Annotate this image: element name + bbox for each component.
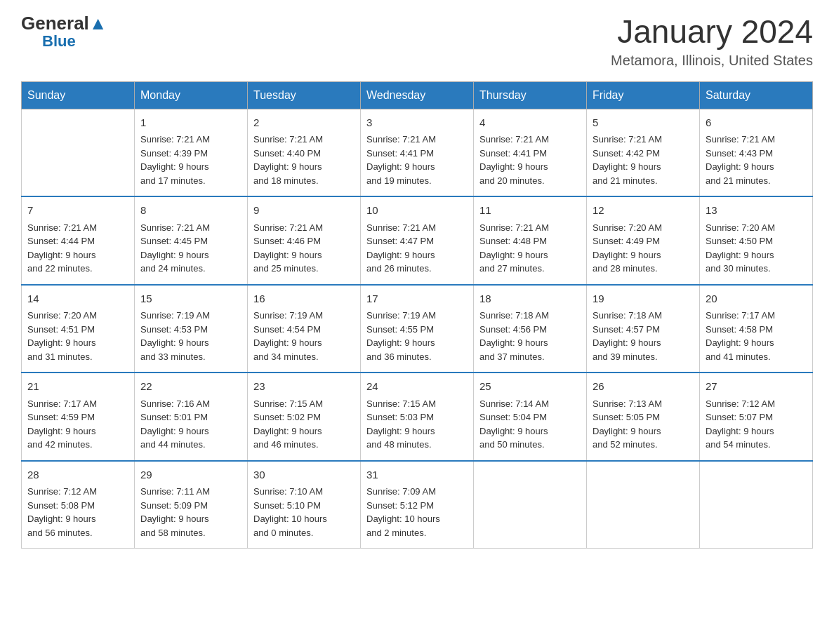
calendar-day-cell: 29Sunrise: 7:11 AM Sunset: 5:09 PM Dayli… (135, 461, 248, 549)
day-number: 6 (706, 115, 807, 131)
day-sun-info: Sunrise: 7:17 AM Sunset: 4:59 PM Dayligh… (27, 397, 128, 452)
day-number: 9 (253, 203, 355, 219)
logo-blue-text: Blue (42, 32, 76, 51)
day-sun-info: Sunrise: 7:21 AM Sunset: 4:40 PM Dayligh… (253, 133, 355, 187)
day-sun-info: Sunrise: 7:21 AM Sunset: 4:46 PM Dayligh… (253, 221, 355, 276)
calendar-day-cell: 27Sunrise: 7:12 AM Sunset: 5:07 PM Dayli… (700, 373, 813, 461)
day-number: 19 (593, 291, 694, 307)
day-number: 29 (140, 467, 241, 483)
day-number: 7 (27, 203, 128, 219)
logo: General▲ Blue (21, 14, 107, 51)
calendar-week-row: 21Sunrise: 7:17 AM Sunset: 4:59 PM Dayli… (22, 373, 813, 461)
day-sun-info: Sunrise: 7:15 AM Sunset: 5:03 PM Dayligh… (366, 397, 468, 452)
page-subtitle: Metamora, Illinois, United States (611, 53, 813, 69)
day-of-week-header: Wednesday (361, 81, 474, 109)
day-of-week-header: Monday (135, 81, 248, 109)
day-number: 2 (253, 115, 355, 131)
day-number: 14 (27, 291, 128, 307)
calendar-header-row: SundayMondayTuesdayWednesdayThursdayFrid… (22, 81, 813, 109)
day-number: 10 (366, 203, 468, 219)
day-number: 26 (593, 379, 694, 395)
calendar-day-cell (22, 109, 135, 196)
day-of-week-header: Friday (587, 81, 700, 109)
day-number: 23 (253, 379, 355, 395)
calendar-week-row: 14Sunrise: 7:20 AM Sunset: 4:51 PM Dayli… (22, 285, 813, 373)
day-sun-info: Sunrise: 7:19 AM Sunset: 4:54 PM Dayligh… (253, 309, 355, 363)
day-number: 5 (593, 115, 694, 131)
calendar-day-cell: 6Sunrise: 7:21 AM Sunset: 4:43 PM Daylig… (700, 109, 813, 196)
calendar-day-cell: 30Sunrise: 7:10 AM Sunset: 5:10 PM Dayli… (248, 461, 361, 549)
day-sun-info: Sunrise: 7:21 AM Sunset: 4:41 PM Dayligh… (366, 133, 468, 187)
day-number: 12 (593, 203, 694, 219)
day-number: 1 (140, 115, 241, 131)
day-number: 13 (706, 203, 807, 219)
calendar-week-row: 28Sunrise: 7:12 AM Sunset: 5:08 PM Dayli… (22, 461, 813, 549)
page-header: General▲ Blue January 2024 Metamora, Ill… (21, 14, 813, 69)
calendar-day-cell: 22Sunrise: 7:16 AM Sunset: 5:01 PM Dayli… (135, 373, 248, 461)
day-number: 24 (366, 379, 468, 395)
calendar-day-cell: 2Sunrise: 7:21 AM Sunset: 4:40 PM Daylig… (248, 109, 361, 196)
calendar-day-cell: 13Sunrise: 7:20 AM Sunset: 4:50 PM Dayli… (700, 196, 813, 285)
day-sun-info: Sunrise: 7:12 AM Sunset: 5:08 PM Dayligh… (27, 485, 128, 539)
day-sun-info: Sunrise: 7:21 AM Sunset: 4:43 PM Dayligh… (706, 133, 807, 187)
day-number: 17 (366, 291, 468, 307)
logo-general-text: General▲ (21, 14, 107, 32)
calendar-day-cell (474, 461, 587, 549)
day-sun-info: Sunrise: 7:20 AM Sunset: 4:51 PM Dayligh… (27, 309, 128, 363)
calendar-day-cell: 5Sunrise: 7:21 AM Sunset: 4:42 PM Daylig… (587, 109, 700, 196)
day-of-week-header: Tuesday (248, 81, 361, 109)
day-sun-info: Sunrise: 7:12 AM Sunset: 5:07 PM Dayligh… (706, 397, 807, 452)
day-number: 8 (140, 203, 241, 219)
day-number: 31 (366, 467, 468, 483)
calendar-day-cell: 28Sunrise: 7:12 AM Sunset: 5:08 PM Dayli… (22, 461, 135, 549)
calendar-day-cell: 3Sunrise: 7:21 AM Sunset: 4:41 PM Daylig… (361, 109, 474, 196)
calendar-day-cell: 24Sunrise: 7:15 AM Sunset: 5:03 PM Dayli… (361, 373, 474, 461)
day-sun-info: Sunrise: 7:21 AM Sunset: 4:42 PM Dayligh… (593, 133, 694, 187)
calendar-day-cell: 7Sunrise: 7:21 AM Sunset: 4:44 PM Daylig… (22, 196, 135, 285)
calendar-day-cell: 14Sunrise: 7:20 AM Sunset: 4:51 PM Dayli… (22, 285, 135, 373)
day-number: 25 (479, 379, 581, 395)
calendar-day-cell: 31Sunrise: 7:09 AM Sunset: 5:12 PM Dayli… (361, 461, 474, 549)
day-sun-info: Sunrise: 7:10 AM Sunset: 5:10 PM Dayligh… (253, 485, 355, 539)
calendar-week-row: 7Sunrise: 7:21 AM Sunset: 4:44 PM Daylig… (22, 196, 813, 285)
day-number: 20 (706, 291, 807, 307)
calendar-day-cell: 20Sunrise: 7:17 AM Sunset: 4:58 PM Dayli… (700, 285, 813, 373)
day-of-week-header: Sunday (22, 81, 135, 109)
day-number: 27 (706, 379, 807, 395)
day-of-week-header: Saturday (700, 81, 813, 109)
day-sun-info: Sunrise: 7:16 AM Sunset: 5:01 PM Dayligh… (140, 397, 241, 452)
calendar-day-cell: 4Sunrise: 7:21 AM Sunset: 4:41 PM Daylig… (474, 109, 587, 196)
day-sun-info: Sunrise: 7:21 AM Sunset: 4:45 PM Dayligh… (140, 221, 241, 276)
calendar-day-cell: 10Sunrise: 7:21 AM Sunset: 4:47 PM Dayli… (361, 196, 474, 285)
day-sun-info: Sunrise: 7:21 AM Sunset: 4:47 PM Dayligh… (366, 221, 468, 276)
calendar-day-cell: 1Sunrise: 7:21 AM Sunset: 4:39 PM Daylig… (135, 109, 248, 196)
calendar-day-cell: 9Sunrise: 7:21 AM Sunset: 4:46 PM Daylig… (248, 196, 361, 285)
day-sun-info: Sunrise: 7:17 AM Sunset: 4:58 PM Dayligh… (706, 309, 807, 363)
calendar-day-cell: 16Sunrise: 7:19 AM Sunset: 4:54 PM Dayli… (248, 285, 361, 373)
calendar-day-cell: 11Sunrise: 7:21 AM Sunset: 4:48 PM Dayli… (474, 196, 587, 285)
day-sun-info: Sunrise: 7:09 AM Sunset: 5:12 PM Dayligh… (366, 485, 468, 539)
day-number: 4 (479, 115, 581, 131)
calendar-day-cell: 21Sunrise: 7:17 AM Sunset: 4:59 PM Dayli… (22, 373, 135, 461)
day-sun-info: Sunrise: 7:18 AM Sunset: 4:57 PM Dayligh… (593, 309, 694, 363)
calendar-day-cell (587, 461, 700, 549)
day-sun-info: Sunrise: 7:19 AM Sunset: 4:53 PM Dayligh… (140, 309, 241, 363)
calendar-day-cell: 12Sunrise: 7:20 AM Sunset: 4:49 PM Dayli… (587, 196, 700, 285)
day-number: 28 (27, 467, 128, 483)
calendar-day-cell: 17Sunrise: 7:19 AM Sunset: 4:55 PM Dayli… (361, 285, 474, 373)
calendar-day-cell: 23Sunrise: 7:15 AM Sunset: 5:02 PM Dayli… (248, 373, 361, 461)
calendar-week-row: 1Sunrise: 7:21 AM Sunset: 4:39 PM Daylig… (22, 109, 813, 196)
day-sun-info: Sunrise: 7:13 AM Sunset: 5:05 PM Dayligh… (593, 397, 694, 452)
calendar-day-cell (700, 461, 813, 549)
calendar-table: SundayMondayTuesdayWednesdayThursdayFrid… (21, 81, 813, 549)
calendar-day-cell: 19Sunrise: 7:18 AM Sunset: 4:57 PM Dayli… (587, 285, 700, 373)
day-sun-info: Sunrise: 7:20 AM Sunset: 4:49 PM Dayligh… (593, 221, 694, 276)
day-number: 21 (27, 379, 128, 395)
page-title: January 2024 (611, 14, 813, 50)
day-number: 15 (140, 291, 241, 307)
day-number: 18 (479, 291, 581, 307)
calendar-day-cell: 25Sunrise: 7:14 AM Sunset: 5:04 PM Dayli… (474, 373, 587, 461)
day-number: 11 (479, 203, 581, 219)
calendar-day-cell: 26Sunrise: 7:13 AM Sunset: 5:05 PM Dayli… (587, 373, 700, 461)
day-of-week-header: Thursday (474, 81, 587, 109)
